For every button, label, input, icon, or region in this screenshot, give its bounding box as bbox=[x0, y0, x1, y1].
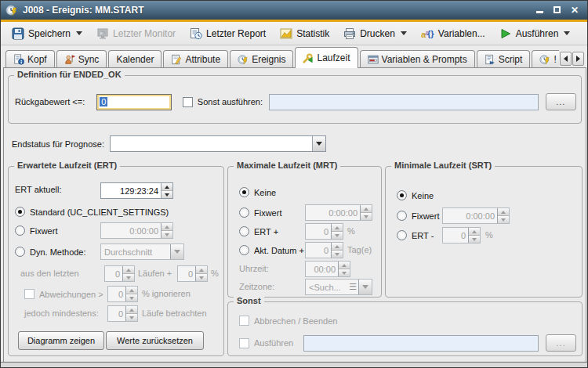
mrt-fixwert-spinner: 0:00:00 bbox=[305, 204, 372, 221]
print-dropdown-icon[interactable] bbox=[401, 31, 407, 35]
mrt-akt-datum-radio[interactable] bbox=[239, 245, 249, 255]
save-dropdown-icon[interactable] bbox=[76, 31, 82, 35]
scroll-right-icon bbox=[576, 56, 580, 62]
variables-label: Variablen... bbox=[438, 28, 485, 39]
mrt-fixwert-label: Fixwert bbox=[254, 208, 281, 218]
spin-buttons bbox=[338, 262, 350, 276]
ert-runs-plus-value: 0 bbox=[178, 266, 195, 281]
ert-last-runs-label: aus den letzten bbox=[20, 269, 79, 278]
tab-kopf-label: Kopf bbox=[27, 54, 47, 65]
sonst-execute-browse-button: ... bbox=[546, 334, 576, 352]
prognose-combobox[interactable] bbox=[110, 135, 326, 152]
srt-ert-minus-radio[interactable] bbox=[397, 230, 407, 240]
prognose-dropdown-button[interactable] bbox=[312, 136, 325, 151]
ert-min-label: jedoch mindestens: bbox=[24, 308, 99, 318]
print-button[interactable]: Drucken bbox=[337, 24, 413, 43]
sonst-execute-input bbox=[303, 335, 539, 352]
ert-deviation-value: 0 bbox=[108, 287, 125, 301]
close-icon: ✕ bbox=[570, 5, 579, 15]
mrt-zeitzone-value: <Such... bbox=[306, 280, 347, 294]
window-title: J008 - Ereignis: MM.START bbox=[23, 5, 531, 16]
return-value-text: 0 bbox=[100, 97, 107, 106]
statistics-button[interactable]: Statistik bbox=[274, 24, 336, 43]
ert-current-spinner[interactable]: 129:23:24 bbox=[100, 182, 173, 199]
sonst-group: Sonst Abbrechen / Beenden Ausführen ... bbox=[227, 301, 583, 356]
spin-buttons bbox=[331, 243, 343, 258]
maximize-button[interactable] bbox=[553, 5, 562, 15]
tab-ereignis[interactable]: Ereignis bbox=[230, 50, 293, 68]
else-execute-input bbox=[269, 94, 539, 110]
mrt-akt-datum-value: 0 bbox=[306, 243, 331, 258]
return-value-input[interactable]: 0 bbox=[96, 94, 172, 110]
ert-current-label: ERT aktuell: bbox=[15, 185, 62, 194]
last-report-label: Letzter Report bbox=[206, 28, 266, 39]
mrt-fixwert-radio[interactable] bbox=[239, 207, 249, 218]
ert-percent-label: % bbox=[211, 269, 219, 278]
mrt-fixwert-value: 0:00:00 bbox=[306, 205, 360, 220]
tab-laufzeit[interactable]: Laufzeit bbox=[295, 47, 358, 68]
ert-last-runs-value: 0 bbox=[105, 266, 122, 281]
print-icon bbox=[343, 27, 356, 40]
definition-group-title: Definition für ENDED_OK bbox=[14, 70, 125, 79]
tab-scroll-right-button[interactable] bbox=[572, 52, 584, 66]
reset-values-button[interactable]: Werte zurücksetzen bbox=[106, 331, 204, 350]
ert-fixwert-radio[interactable] bbox=[15, 225, 25, 236]
ert-runs-plus-label: Läufen + bbox=[138, 269, 172, 278]
ert-standard-radio[interactable] bbox=[15, 207, 25, 217]
srt-keine-radio[interactable] bbox=[397, 190, 407, 200]
mrt-keine-radio[interactable] bbox=[239, 187, 249, 197]
ert-current-spin-buttons[interactable] bbox=[161, 183, 172, 198]
spin-buttons bbox=[125, 287, 137, 301]
run-label: Ausführen bbox=[516, 28, 559, 39]
toolbar: Speichern Letzter Monitor Letzter Report bbox=[1, 22, 587, 45]
tab-excl-script[interactable]: ! Script bbox=[532, 50, 559, 68]
srt-percent-label: % bbox=[485, 230, 493, 240]
srt-group-title: Minimale Laufzeit (SRT) bbox=[391, 161, 495, 170]
ert-dyn-radio[interactable] bbox=[15, 247, 25, 257]
save-button[interactable]: Speichern bbox=[5, 24, 89, 43]
last-report-button[interactable]: Letzter Report bbox=[183, 24, 272, 43]
tab-kalender-label: Kalender bbox=[116, 54, 154, 65]
mrt-ert-plus-value: 0 bbox=[306, 224, 331, 239]
ert-min-suffix: Läufe betrachten bbox=[142, 308, 207, 318]
monitor-icon bbox=[96, 27, 109, 40]
else-execute-browse-button[interactable]: ... bbox=[546, 93, 576, 110]
srt-ert-minus-value: 0 bbox=[443, 228, 468, 243]
tab-script[interactable]: Script bbox=[477, 50, 531, 68]
show-diagram-button[interactable]: Diagramm zeigen bbox=[18, 331, 104, 350]
mrt-akt-datum-spinner: 0 bbox=[305, 242, 343, 258]
mrt-akt-datum-label: Akt. Datum + bbox=[254, 246, 304, 255]
ert-deviation-checkbox bbox=[24, 289, 34, 299]
ert-fixwert-spinner: 0:00:00 bbox=[100, 222, 173, 239]
run-dropdown-icon[interactable] bbox=[564, 31, 570, 35]
variablen-prompts-icon bbox=[368, 54, 379, 65]
tab-variablen-prompts[interactable]: Variablen & Prompts bbox=[360, 50, 475, 68]
close-button[interactable]: ✕ bbox=[570, 5, 579, 15]
else-execute-checkbox[interactable] bbox=[183, 97, 193, 107]
mrt-ert-plus-radio[interactable] bbox=[239, 226, 249, 236]
mrt-uhrzeit-spinner: 00:00 bbox=[305, 261, 350, 277]
spin-buttons bbox=[360, 205, 372, 220]
mrt-group-title: Maximale Laufzeit (MRT) bbox=[234, 161, 340, 170]
return-value-label: Rückgabewert <=: bbox=[15, 97, 85, 106]
ert-min-value: 0 bbox=[108, 306, 125, 321]
tab-attribute-label: Attribute bbox=[185, 54, 220, 65]
tab-attribute[interactable]: Attribute bbox=[163, 50, 228, 68]
tab-sync[interactable]: Sync bbox=[56, 50, 107, 68]
minimize-button[interactable] bbox=[535, 5, 545, 15]
srt-fixwert-radio[interactable] bbox=[397, 211, 407, 221]
tab-scroll-left-button[interactable] bbox=[560, 52, 572, 66]
application-window: J008 - Ereignis: MM.START ✕ Speichern bbox=[0, 0, 588, 368]
variables-button[interactable]: a & {} Variablen... bbox=[415, 24, 492, 43]
spin-buttons bbox=[497, 208, 509, 223]
tab-kalender[interactable]: Kalender bbox=[108, 50, 162, 68]
window-clock-lightning-icon bbox=[5, 4, 18, 16]
srt-ert-minus-spinner: 0 bbox=[442, 227, 481, 244]
show-diagram-label: Diagramm zeigen bbox=[27, 336, 95, 345]
variables-icon: a & {} bbox=[421, 27, 434, 40]
spin-buttons bbox=[195, 266, 207, 281]
browse-dots: ... bbox=[557, 338, 566, 348]
run-button[interactable]: Ausführen bbox=[493, 24, 577, 43]
kopf-icon bbox=[13, 54, 24, 65]
tab-kopf[interactable]: Kopf bbox=[5, 50, 55, 68]
